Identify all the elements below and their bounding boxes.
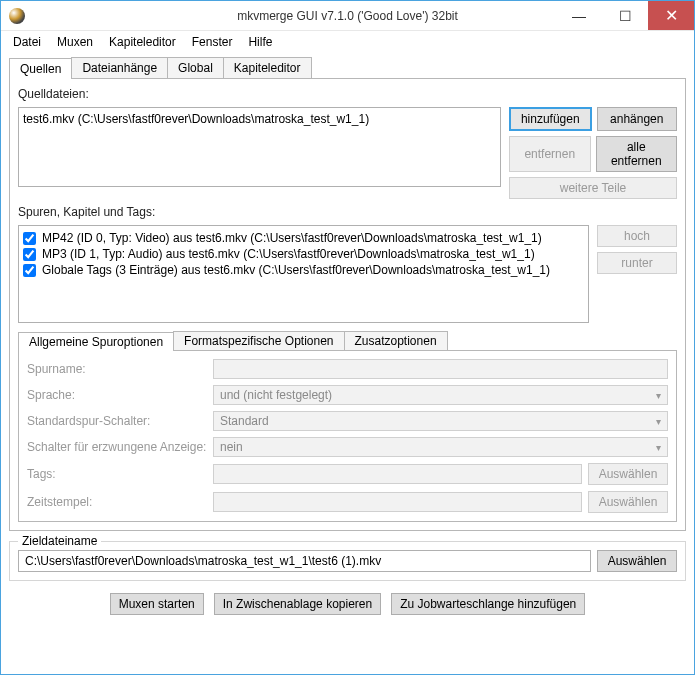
start-muxing-button[interactable]: Muxen starten — [110, 593, 204, 615]
inner-tab-general[interactable]: Allgemeine Spuroptionen — [18, 332, 174, 351]
app-icon — [9, 8, 25, 24]
tracks-row: MP42 (ID 0, Typ: Video) aus test6.mkv (C… — [18, 225, 677, 323]
bottom-buttons: Muxen starten In Zwischenablage kopieren… — [9, 593, 686, 615]
add-to-queue-button[interactable]: Zu Jobwarteschlange hinzufügen — [391, 593, 585, 615]
source-files-label: Quelldateien: — [18, 87, 677, 101]
row-forced-flag: Schalter für erzwungene Anzeige: nein ▾ — [27, 437, 668, 457]
input-tags[interactable] — [213, 464, 582, 484]
tabpane-quellen: Quelldateien: test6.mkv (C:\Users\fastf0… — [9, 78, 686, 531]
main-tabs-wrap: Quellen Dateianhänge Global Kapiteledito… — [9, 57, 686, 531]
remove-all-button[interactable]: alle entfernen — [596, 136, 678, 172]
move-down-button[interactable]: runter — [597, 252, 677, 274]
tab-dateianhaenge[interactable]: Dateianhänge — [71, 57, 168, 78]
titlebar: mkvmerge GUI v7.1.0 ('Good Love') 32bit … — [1, 1, 694, 31]
copy-clipboard-button[interactable]: In Zwischenablage kopieren — [214, 593, 381, 615]
track-checkbox[interactable] — [23, 248, 36, 261]
app-window: mkvmerge GUI v7.1.0 ('Good Love') 32bit … — [0, 0, 695, 675]
menu-fenster[interactable]: Fenster — [186, 33, 239, 51]
main-tabs: Quellen Dateianhänge Global Kapiteledito… — [9, 57, 686, 78]
remove-button[interactable]: entfernen — [509, 136, 591, 172]
source-files-list[interactable]: test6.mkv (C:\Users\fastf0rever\Download… — [18, 107, 501, 187]
menu-hilfe[interactable]: Hilfe — [242, 33, 278, 51]
label-timestamps: Zeitstempel: — [27, 495, 207, 509]
more-parts-button[interactable]: weitere Teile — [509, 177, 677, 199]
inner-tab-format[interactable]: Formatspezifische Optionen — [173, 331, 344, 350]
browse-tags-button[interactable]: Auswählen — [588, 463, 668, 485]
inner-pane-general: Spurname: Sprache: und (nicht festgelegt… — [18, 350, 677, 522]
chevron-down-icon: ▾ — [656, 390, 661, 401]
label-default-flag: Standardspur-Schalter: — [27, 414, 207, 428]
inner-tabs: Allgemeine Spuroptionen Formatspezifisch… — [18, 331, 677, 350]
row-trackname: Spurname: — [27, 359, 668, 379]
tracks-list[interactable]: MP42 (ID 0, Typ: Video) aus test6.mkv (C… — [18, 225, 589, 323]
chevron-down-icon: ▾ — [656, 442, 661, 453]
source-files-row: test6.mkv (C:\Users\fastf0rever\Download… — [18, 107, 677, 199]
content-area: Quellen Dateianhänge Global Kapiteledito… — [1, 53, 694, 674]
label-trackname: Spurname: — [27, 362, 207, 376]
track-checkbox[interactable] — [23, 232, 36, 245]
chevron-down-icon: ▾ — [656, 416, 661, 427]
select-default-flag[interactable]: Standard ▾ — [213, 411, 668, 431]
add-button[interactable]: hinzufügen — [509, 107, 592, 131]
tab-quellen[interactable]: Quellen — [9, 58, 72, 79]
input-timestamps[interactable] — [213, 492, 582, 512]
track-side-buttons: hoch runter — [597, 225, 677, 323]
move-up-button[interactable]: hoch — [597, 225, 677, 247]
close-button[interactable]: ✕ — [648, 1, 694, 30]
browse-timestamps-button[interactable]: Auswählen — [588, 491, 668, 513]
browse-destination-button[interactable]: Auswählen — [597, 550, 677, 572]
menubar: Datei Muxen Kapiteleditor Fenster Hilfe — [1, 31, 694, 53]
select-forced-flag[interactable]: nein ▾ — [213, 437, 668, 457]
tab-kapiteleditor[interactable]: Kapiteleditor — [223, 57, 312, 78]
menu-muxen[interactable]: Muxen — [51, 33, 99, 51]
source-side-buttons: hinzufügen anhängen entfernen alle entfe… — [509, 107, 677, 199]
destination-group: Zieldateiname Auswählen — [9, 541, 686, 581]
row-tags: Tags: Auswählen — [27, 463, 668, 485]
append-button[interactable]: anhängen — [597, 107, 678, 131]
menu-datei[interactable]: Datei — [7, 33, 47, 51]
menu-kapiteleditor[interactable]: Kapiteleditor — [103, 33, 182, 51]
track-item[interactable]: MP3 (ID 1, Typ: Audio) aus test6.mkv (C:… — [23, 246, 584, 262]
tab-global[interactable]: Global — [167, 57, 224, 78]
source-file-item[interactable]: test6.mkv (C:\Users\fastf0rever\Download… — [23, 112, 496, 126]
track-checkbox[interactable] — [23, 264, 36, 277]
track-item[interactable]: Globale Tags (3 Einträge) aus test6.mkv … — [23, 262, 584, 278]
label-tags: Tags: — [27, 467, 207, 481]
track-label: MP3 (ID 1, Typ: Audio) aus test6.mkv (C:… — [42, 247, 535, 261]
row-default-flag: Standardspur-Schalter: Standard ▾ — [27, 411, 668, 431]
destination-input[interactable] — [18, 550, 591, 572]
inner-tabs-wrap: Allgemeine Spuroptionen Formatspezifisch… — [18, 329, 677, 522]
label-language: Sprache: — [27, 388, 207, 402]
track-item[interactable]: MP42 (ID 0, Typ: Video) aus test6.mkv (C… — [23, 230, 584, 246]
minimize-button[interactable]: — — [556, 1, 602, 30]
row-timestamps: Zeitstempel: Auswählen — [27, 491, 668, 513]
tracks-label: Spuren, Kapitel und Tags: — [18, 205, 677, 219]
window-controls: — ☐ ✕ — [556, 1, 694, 30]
maximize-button[interactable]: ☐ — [602, 1, 648, 30]
track-label: Globale Tags (3 Einträge) aus test6.mkv … — [42, 263, 550, 277]
track-label: MP42 (ID 0, Typ: Video) aus test6.mkv (C… — [42, 231, 542, 245]
inner-tab-extra[interactable]: Zusatzoptionen — [344, 331, 448, 350]
row-language: Sprache: und (nicht festgelegt) ▾ — [27, 385, 668, 405]
select-language[interactable]: und (nicht festgelegt) ▾ — [213, 385, 668, 405]
input-trackname[interactable] — [213, 359, 668, 379]
label-forced-flag: Schalter für erzwungene Anzeige: — [27, 440, 207, 454]
destination-legend: Zieldateiname — [18, 534, 101, 548]
